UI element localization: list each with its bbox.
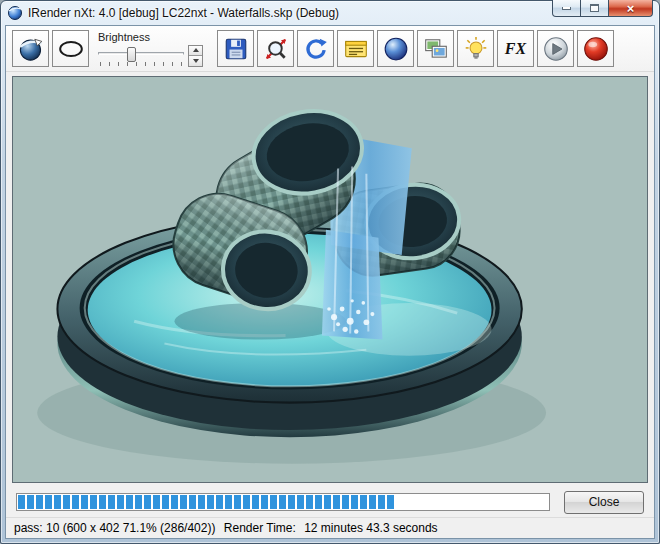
refresh-arrows-icon — [303, 36, 329, 62]
lightbulb-icon — [463, 36, 489, 62]
fx-icon: FX — [505, 40, 526, 58]
record-sphere-icon — [583, 36, 609, 62]
maximize-icon — [590, 4, 599, 12]
brightness-spin-down-button[interactable] — [189, 55, 202, 66]
titlebar[interactable]: IRender nXt: 4.0 [debug] LC22nxt - Water… — [5, 1, 655, 25]
spin-up-icon — [193, 48, 199, 52]
ellipse-icon — [58, 36, 84, 62]
status-render-time-label: Render Time: — [224, 521, 296, 535]
render-button[interactable] — [12, 30, 49, 67]
stop-render-button[interactable] — [577, 30, 614, 67]
render-viewport — [12, 76, 648, 483]
viewport-frame — [6, 72, 654, 487]
photos-stack-icon — [423, 36, 449, 62]
status-bar: pass: 10 (600 x 402 71.1% (286/402)) Ren… — [6, 517, 654, 538]
minimize-button[interactable] — [552, 0, 581, 17]
spin-down-icon — [193, 59, 199, 63]
brightness-label: Brightness — [98, 31, 208, 43]
ellipse-tool-button[interactable] — [52, 30, 89, 67]
lights-button[interactable] — [457, 30, 494, 67]
brightness-slider[interactable] — [98, 46, 184, 66]
save-image-button[interactable] — [217, 30, 254, 67]
status-render-time-value: 12 minutes 43.3 seconds — [304, 521, 437, 535]
image-gallery-button[interactable] — [417, 30, 454, 67]
save-floppy-icon — [223, 36, 249, 62]
close-icon: × — [627, 2, 635, 15]
zoom-magnifier-icon — [263, 36, 289, 62]
render-sphere-icon — [18, 36, 44, 62]
app-window: IRender nXt: 4.0 [debug] LC22nxt - Water… — [0, 0, 660, 544]
resume-render-button[interactable] — [537, 30, 574, 67]
render-progress-bar — [16, 493, 550, 511]
effects-fx-button[interactable]: FX — [497, 30, 534, 67]
brightness-group: Brightness — [92, 31, 214, 67]
render-progress-fill — [18, 495, 395, 509]
materials-button[interactable] — [377, 30, 414, 67]
brightness-spin-up-button[interactable] — [189, 46, 202, 56]
brightness-spinner — [188, 45, 203, 67]
window-controls: × — [552, 0, 653, 17]
maximize-button[interactable] — [581, 0, 608, 17]
status-pass-text: pass: 10 (600 x 402 71.1% (286/402)) — [14, 521, 215, 535]
toolbar: Brightness — [6, 26, 654, 72]
brightness-slider-ticks — [100, 62, 182, 66]
close-button[interactable]: Close — [564, 491, 644, 514]
minimize-icon — [562, 7, 571, 10]
footer-controls: Close — [6, 487, 654, 517]
brightness-slider-thumb[interactable] — [127, 47, 136, 62]
close-window-button[interactable]: × — [608, 0, 653, 17]
client-area: Brightness — [5, 25, 655, 539]
material-sphere-icon — [383, 36, 409, 62]
brightness-slider-track[interactable] — [98, 52, 184, 55]
notes-list-icon — [343, 36, 369, 62]
play-icon — [543, 36, 569, 62]
zoom-resize-button[interactable] — [257, 30, 294, 67]
fountain-render-image — [13, 77, 647, 482]
render-options-button[interactable] — [337, 30, 374, 67]
refresh-render-button[interactable] — [297, 30, 334, 67]
window-title: IRender nXt: 4.0 [debug] LC22nxt - Water… — [28, 6, 339, 20]
app-icon — [7, 5, 23, 21]
